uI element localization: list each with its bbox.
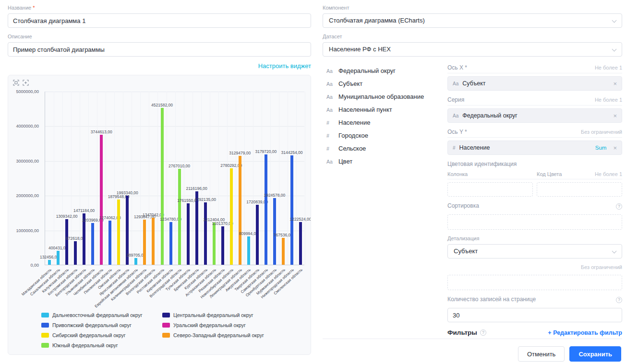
field-item[interactable]: AaСубъект	[326, 80, 444, 87]
bar[interactable]	[143, 220, 146, 265]
sorting-drop-zone[interactable]	[447, 214, 622, 230]
component-select[interactable]: Столбчатая диаграмма (ECharts)	[323, 13, 622, 28]
bar[interactable]	[57, 251, 60, 265]
bar[interactable]	[187, 203, 190, 265]
color-identification-limit: Не более 1	[595, 171, 622, 177]
zoom-select-icon[interactable]	[13, 79, 19, 85]
bar[interactable]	[108, 221, 111, 265]
gridline	[184, 92, 184, 265]
field-item[interactable]: AaНаселенный пункт	[326, 106, 444, 113]
legend-item[interactable]: Приволжский федеральный округ	[41, 322, 156, 328]
bar[interactable]	[204, 202, 207, 265]
gridline	[288, 92, 288, 265]
gridline	[270, 92, 271, 265]
bar[interactable]	[273, 198, 276, 265]
detalization-value: Субъект	[454, 247, 478, 255]
y-axis-tick-label: 2000000,00	[8, 193, 39, 198]
bar[interactable]	[48, 260, 51, 265]
footer: Отменить Сохранить	[518, 346, 621, 362]
help-icon[interactable]: ?	[616, 203, 622, 210]
field-type-icon: Aa	[326, 81, 334, 87]
gridline	[157, 92, 158, 265]
extra-drop-zone[interactable]	[447, 275, 622, 290]
bar[interactable]	[299, 222, 302, 265]
footer-divider	[323, 339, 622, 339]
legend-swatch	[41, 313, 49, 317]
bar[interactable]	[265, 154, 267, 265]
bar[interactable]	[169, 222, 172, 265]
field-type-icon: #	[453, 145, 456, 151]
field-item[interactable]: AaФедеральный округ	[326, 67, 444, 74]
description-input[interactable]	[8, 42, 311, 57]
y-axis-tick-label: 0,00	[8, 263, 39, 268]
bar[interactable]	[74, 241, 77, 265]
bar-value-label: 1274062,00	[92, 215, 128, 220]
dataset-select[interactable]: Население РФ с HEX	[323, 42, 622, 57]
field-type-icon: Aa	[326, 107, 334, 113]
cancel-button[interactable]: Отменить	[518, 346, 565, 362]
bar[interactable]	[100, 135, 103, 265]
bar[interactable]	[256, 205, 259, 265]
bar-value-label: 1792135,00	[187, 197, 224, 202]
bar[interactable]	[65, 219, 68, 265]
column-drop-zone[interactable]	[447, 182, 533, 197]
field-type-icon: #	[326, 120, 334, 126]
series-limit: Не более 1	[595, 97, 622, 103]
bar[interactable]	[290, 155, 293, 265]
axis-x-chip[interactable]: Aa Субъект ×	[447, 76, 622, 91]
bar[interactable]	[239, 156, 241, 265]
field-item[interactable]: AaМуниципальное образование	[326, 93, 444, 100]
color-code-drop-zone[interactable]	[537, 182, 622, 197]
filters-help-icon[interactable]: ?	[480, 329, 486, 336]
gridline	[106, 92, 106, 265]
save-button[interactable]: Сохранить	[569, 346, 621, 362]
legend-item[interactable]: Сибирский федеральный округ	[41, 332, 156, 338]
remove-icon[interactable]: ×	[613, 113, 617, 119]
chevron-down-icon	[612, 18, 617, 23]
bar[interactable]	[230, 168, 233, 265]
page-size-input[interactable]	[447, 308, 622, 322]
remove-icon[interactable]: ×	[613, 81, 617, 87]
configure-widget-link[interactable]: Настроить виджет	[258, 62, 311, 70]
description-label: Описание	[8, 34, 311, 40]
bar-value-label: 672618,00	[57, 236, 94, 241]
legend-item[interactable]: Северо-Западный федеральный округ	[162, 332, 277, 338]
legend-item[interactable]: Уральский федеральный округ	[162, 322, 277, 328]
bar-value-label: 1720839,00	[239, 200, 276, 204]
chip-label: Федеральный округ	[462, 112, 609, 119]
field-item[interactable]: #Городское	[326, 132, 444, 139]
detalization-label: Детализация	[447, 235, 622, 242]
bar[interactable]	[213, 223, 216, 265]
legend-item[interactable]: Центральный федеральный округ	[162, 312, 277, 318]
remove-icon[interactable]: ×	[613, 145, 617, 151]
bar[interactable]	[282, 238, 285, 265]
chevron-down-icon	[612, 47, 617, 52]
bar[interactable]	[152, 218, 155, 265]
edit-filter-link[interactable]: + Редактировать фильтр	[548, 329, 622, 336]
bar[interactable]	[221, 226, 224, 265]
bar[interactable]	[161, 108, 164, 265]
bar[interactable]	[178, 169, 181, 265]
field-item[interactable]: #Сельское	[326, 145, 444, 152]
bar[interactable]	[247, 236, 250, 265]
legend-item[interactable]: Южный федеральный округ	[41, 342, 156, 348]
axis-y-chip[interactable]: # Население Sum ×	[447, 141, 622, 155]
help-icon[interactable]: ?	[616, 297, 622, 303]
bar[interactable]	[134, 258, 137, 265]
field-item[interactable]: AaЦвет	[326, 158, 444, 165]
bar[interactable]	[91, 223, 94, 265]
aggregation-label[interactable]: Sum	[595, 145, 607, 151]
y-axis-tick-label: 1000000,00	[8, 228, 39, 233]
zoom-restore-icon[interactable]	[23, 79, 29, 85]
bar[interactable]	[195, 191, 198, 265]
gridline	[253, 92, 253, 265]
detalization-select[interactable]: Субъект	[447, 244, 622, 258]
config-boxes: Ось X * Не более 1 Aa Субъект × Серия Не…	[447, 64, 622, 336]
bar-value-label: 1924578,00	[256, 193, 293, 198]
legend-item[interactable]: Дальневосточный федеральный округ	[41, 312, 156, 318]
bar-value-label: 1101370,00	[205, 221, 241, 226]
gridline	[149, 92, 149, 265]
name-input[interactable]	[8, 13, 311, 28]
series-chip[interactable]: Aa Федеральный округ ×	[447, 108, 622, 123]
field-item[interactable]: #Население	[326, 119, 444, 126]
